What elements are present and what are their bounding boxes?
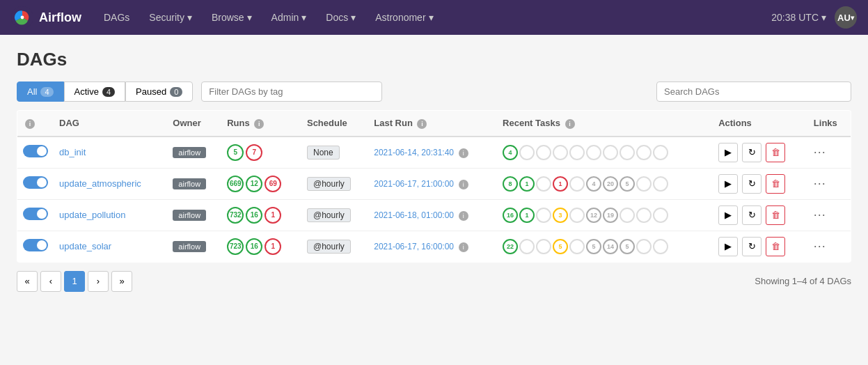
- dag-schedule-update_solar: @hourly: [307, 240, 351, 254]
- dag-name-update_pollution[interactable]: update_pollution: [59, 210, 125, 220]
- lastrun-info-icon[interactable]: i: [417, 119, 427, 129]
- dag-info-icon[interactable]: i: [25, 119, 35, 129]
- tab-active[interactable]: Active 4: [64, 81, 126, 102]
- refresh-dag-button[interactable]: ↻: [742, 237, 762, 256]
- rt-circle: 5: [620, 176, 635, 192]
- run-dag-button[interactable]: ▶: [718, 143, 738, 162]
- dag-toggle-update_solar[interactable]: [23, 239, 48, 251]
- tab-paused[interactable]: Paused 0: [125, 81, 193, 102]
- nav-right: 20:38 UTC ▾ AU ▾: [771, 6, 857, 29]
- main-content: DAGs All 4 Active 4 Paused 0 i: [0, 35, 868, 314]
- pagination-controls: « ‹ 1 › »: [17, 271, 132, 292]
- tab-paused-badge: 0: [170, 87, 182, 97]
- dag-toggle-update_atmospheric[interactable]: [23, 176, 48, 189]
- delete-dag-button[interactable]: 🗑: [766, 205, 785, 225]
- delete-dag-button[interactable]: 🗑: [766, 174, 785, 194]
- rt-circle: 8: [503, 176, 518, 192]
- rt-circle: 5: [553, 239, 568, 254]
- tab-all-badge: 4: [40, 87, 53, 97]
- tag-filter-input[interactable]: [201, 81, 382, 102]
- th-dag: DAG: [54, 111, 167, 137]
- rt-circle: [536, 239, 551, 254]
- refresh-dag-button[interactable]: ↻: [742, 174, 762, 194]
- runs-cell: 6691269: [227, 176, 296, 192]
- rt-circle: 19: [603, 208, 618, 223]
- th-toggle: i: [17, 111, 54, 137]
- logo[interactable]: Airflow: [11, 6, 81, 29]
- rt-circle: [620, 145, 635, 160]
- nav-admin[interactable]: Admin ▾: [263, 6, 315, 29]
- rt-circle: 5: [586, 239, 601, 254]
- pagination-current[interactable]: 1: [64, 271, 85, 292]
- run-circle: 732: [227, 207, 244, 224]
- refresh-dag-button[interactable]: ↻: [742, 143, 762, 162]
- run-dag-button[interactable]: ▶: [718, 174, 738, 194]
- lastrun-row-info-icon[interactable]: i: [459, 148, 468, 158]
- filter-bar: All 4 Active 4 Paused 0: [17, 81, 851, 102]
- dag-schedule-update_pollution: @hourly: [307, 208, 351, 222]
- run-circle: 16: [246, 207, 262, 224]
- lastrun-row-info-icon[interactable]: i: [459, 180, 468, 189]
- rt-circle: [519, 239, 535, 254]
- rt-circle: [536, 145, 551, 160]
- pagination-last[interactable]: »: [111, 271, 132, 292]
- svg-point-1: [21, 16, 24, 20]
- runs-cell: 57: [227, 144, 296, 161]
- delete-dag-button[interactable]: 🗑: [766, 237, 785, 256]
- nav-docs[interactable]: Docs ▾: [317, 6, 364, 29]
- run-circle: 7: [246, 144, 262, 161]
- run-dag-button[interactable]: ▶: [718, 205, 738, 225]
- refresh-dag-button[interactable]: ↻: [742, 205, 762, 225]
- dag-links-more-update_solar[interactable]: ···: [814, 239, 826, 253]
- rt-circle: [653, 176, 668, 192]
- dag-owner-db_init: airflow: [173, 147, 206, 158]
- nav-security[interactable]: Security ▾: [141, 6, 200, 29]
- lastrun-row-info-icon[interactable]: i: [459, 242, 468, 252]
- dag-owner-update_solar: airflow: [173, 241, 206, 252]
- dag-name-db_init[interactable]: db_init: [59, 147, 86, 157]
- nav-user-avatar[interactable]: AU ▾: [835, 6, 857, 29]
- recenttasks-info-icon[interactable]: i: [565, 119, 575, 129]
- tab-active-badge: 4: [102, 87, 115, 97]
- dag-schedule-update_atmospheric: @hourly: [307, 177, 351, 191]
- dag-actions-db_init: ▶ ↻ 🗑: [718, 143, 803, 162]
- rt-circle: 12: [586, 208, 601, 223]
- dag-owner-update_pollution: airflow: [173, 210, 206, 221]
- rt-circle: [620, 208, 635, 223]
- dag-name-update_solar[interactable]: update_solar: [59, 241, 111, 251]
- pagination-first[interactable]: «: [17, 271, 38, 292]
- dag-links-more-db_init[interactable]: ···: [814, 145, 826, 159]
- nav-time[interactable]: 20:38 UTC ▾: [771, 12, 826, 23]
- rt-circle: 16: [503, 208, 518, 223]
- recent-tasks-cell: 2255145: [503, 239, 707, 254]
- airflow-logo-icon: [11, 6, 33, 29]
- run-circle: 5: [227, 144, 244, 161]
- dag-links-more-update_atmospheric[interactable]: ···: [814, 176, 826, 190]
- dag-toggle-db_init[interactable]: [23, 145, 48, 157]
- dag-name-update_atmospheric[interactable]: update_atmospheric: [59, 178, 141, 189]
- nav-browse[interactable]: Browse ▾: [203, 6, 260, 29]
- rt-circle: [636, 239, 652, 254]
- run-dag-button[interactable]: ▶: [718, 237, 738, 256]
- th-links: Links: [808, 111, 851, 137]
- rt-circle: [569, 145, 585, 160]
- run-circle: 669: [227, 176, 244, 192]
- delete-dag-button[interactable]: 🗑: [766, 143, 785, 162]
- runs-info-icon[interactable]: i: [254, 119, 264, 129]
- pagination-next[interactable]: ›: [88, 271, 109, 292]
- run-circle: 1: [265, 207, 281, 224]
- table-row: update_solarairflow723161@hourly2021-06-…: [17, 231, 851, 262]
- search-dags-input[interactable]: [656, 81, 851, 102]
- logo-text: Airflow: [39, 10, 81, 25]
- pagination-prev[interactable]: ‹: [40, 271, 61, 292]
- dag-actions-update_solar: ▶ ↻ 🗑: [718, 237, 803, 256]
- dag-toggle-update_pollution[interactable]: [23, 208, 48, 220]
- run-circle: 723: [227, 238, 244, 255]
- nav-dags[interactable]: DAGs: [95, 6, 138, 29]
- run-circle: 1: [265, 238, 281, 255]
- recent-tasks-cell: 4: [503, 145, 707, 160]
- tab-all[interactable]: All 4: [17, 81, 64, 102]
- lastrun-row-info-icon[interactable]: i: [459, 211, 468, 221]
- nav-astronomer[interactable]: Astronomer ▾: [367, 6, 441, 29]
- dag-links-more-update_pollution[interactable]: ···: [814, 208, 826, 222]
